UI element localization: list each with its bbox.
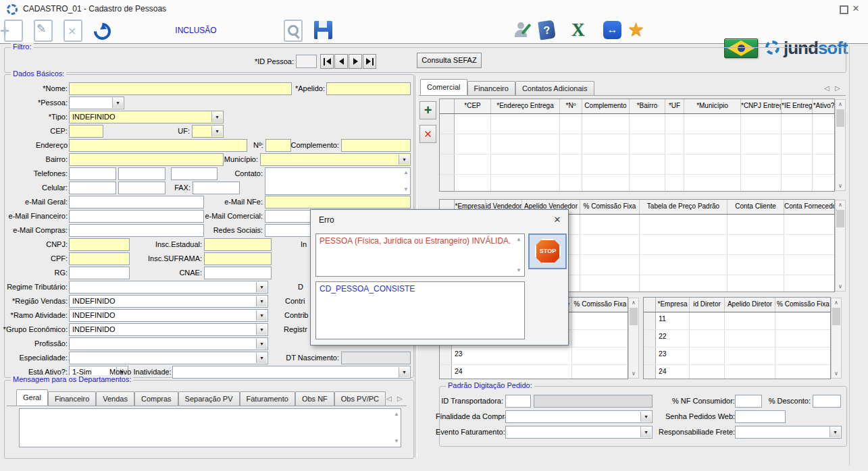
cancel-record-button[interactable]: ✕ xyxy=(62,19,85,42)
chevron-down-icon[interactable]: ▾ xyxy=(211,112,222,122)
tab-financeiro[interactable]: Financeiro xyxy=(48,391,96,406)
scroll-thumb[interactable] xyxy=(630,308,638,325)
telefone3-input[interactable] xyxy=(171,167,218,180)
tab-compras[interactable]: Compras xyxy=(134,391,178,406)
rg-input[interactable] xyxy=(69,267,130,279)
tabs-right-arrow-icon[interactable]: ▷ xyxy=(835,84,840,92)
scroll-up-icon[interactable]: ∧ xyxy=(836,100,845,109)
regiao-vendas-select[interactable]: INDEFINIDO▾ xyxy=(69,295,268,308)
email-geral-input[interactable] xyxy=(69,196,204,209)
scroll-down-icon[interactable]: ∨ xyxy=(629,369,638,378)
tab-faturamento[interactable]: Faturamento xyxy=(240,391,295,406)
tabs-left-arrow-icon[interactable]: ◁ xyxy=(824,84,829,92)
chevron-down-icon[interactable]: ▾ xyxy=(211,126,222,136)
telefone1-input[interactable] xyxy=(69,167,116,180)
insc-suframa-input[interactable] xyxy=(204,252,272,265)
cep-input[interactable] xyxy=(69,125,103,138)
pessoa-select[interactable]: ▾ xyxy=(69,96,124,109)
regime-tributario-select[interactable]: ▾ xyxy=(69,281,268,294)
delete-row-button[interactable]: ✕ xyxy=(419,125,436,143)
save-button[interactable] xyxy=(312,19,335,42)
endereco-input[interactable] xyxy=(69,139,247,152)
grid-row[interactable]: 23 xyxy=(440,348,628,365)
grid-row[interactable] xyxy=(440,175,834,192)
cnpj-input[interactable] xyxy=(69,238,130,251)
chevron-down-icon[interactable]: ▾ xyxy=(112,98,123,108)
tab-contatos-adicionais[interactable]: Contatos Adicionais xyxy=(515,81,594,95)
contato-textarea[interactable]: ▲ ▼ xyxy=(265,167,411,195)
tab-vendas[interactable]: Vendas xyxy=(96,391,134,406)
user-config-button[interactable] xyxy=(512,19,535,42)
grupo-economico-select[interactable]: INDEFINIDO▾ xyxy=(69,323,268,336)
row-selector[interactable] xyxy=(644,330,656,347)
scroll-up-icon[interactable]: ▲ xyxy=(394,412,399,417)
scroll-down-icon[interactable]: ∨ xyxy=(832,369,841,378)
chevron-down-icon[interactable]: ▾ xyxy=(640,412,651,422)
close-icon[interactable]: ✕ xyxy=(850,3,862,15)
scroll-thumb[interactable] xyxy=(832,308,840,325)
cpf-input[interactable] xyxy=(69,252,130,265)
telefone2-input[interactable] xyxy=(118,167,165,180)
municipio-select[interactable]: ▾ xyxy=(260,153,411,166)
scroll-down-icon[interactable]: ▼ xyxy=(516,268,521,273)
finalidade-compra-select[interactable]: ▾ xyxy=(505,410,653,423)
tab-comercial[interactable]: Comercial xyxy=(420,79,467,95)
complemento-input[interactable] xyxy=(341,139,411,152)
grid-row[interactable]: 23 xyxy=(644,348,830,365)
vendedor-grid-scrollbar[interactable]: ∧∨ xyxy=(835,200,846,292)
row-selector[interactable] xyxy=(440,114,455,134)
fax-input[interactable] xyxy=(193,182,240,194)
id-transportadora-input[interactable] xyxy=(505,395,531,408)
edit-record-button[interactable]: ✎ xyxy=(32,19,55,42)
mensagem-textarea[interactable]: ▲ ▼ xyxy=(19,408,401,447)
nome-input[interactable] xyxy=(69,82,292,95)
bairro-input[interactable] xyxy=(69,153,224,166)
teamviewer-button[interactable]: ↔ xyxy=(601,19,624,42)
entrega-grid-scrollbar[interactable]: ∧∨ xyxy=(835,99,846,191)
senha-pedidos-web-input[interactable] xyxy=(735,410,786,423)
nav-last-button[interactable] xyxy=(363,54,376,69)
chevron-down-icon[interactable]: ▾ xyxy=(256,282,267,292)
scroll-up-icon[interactable]: ∧ xyxy=(836,200,845,209)
refresh-button[interactable] xyxy=(91,19,113,42)
tipo-select[interactable]: INDEFINIDO▾ xyxy=(69,111,224,123)
tab-obs-nf[interactable]: Obs NF xyxy=(295,391,334,406)
id-pessoa-input[interactable] xyxy=(296,55,317,68)
row-selector[interactable] xyxy=(644,365,656,379)
row-selector[interactable] xyxy=(440,134,455,154)
grid-row[interactable] xyxy=(440,155,834,175)
tab-financeiro[interactable]: Financeiro xyxy=(467,81,515,95)
email-financeiro-input[interactable] xyxy=(69,210,204,223)
row-selector[interactable] xyxy=(440,155,455,174)
gerente-grid-scrollbar[interactable]: ∧∨ xyxy=(628,298,639,379)
row-selector[interactable] xyxy=(440,175,455,192)
email-compras-input[interactable] xyxy=(69,224,204,237)
export-excel-button[interactable]: X xyxy=(569,19,592,42)
scroll-down-icon[interactable]: ∨ xyxy=(836,182,845,190)
scroll-up-icon[interactable]: ∧ xyxy=(832,298,841,307)
motivo-inatividade-select[interactable]: ▾ xyxy=(172,366,411,379)
especialidade-select[interactable]: ▾ xyxy=(69,352,268,364)
grid-row[interactable]: 22 xyxy=(644,330,830,348)
consulta-sefaz-button[interactable]: Consulta SEFAZ xyxy=(417,53,482,68)
grid-row[interactable] xyxy=(440,114,834,134)
add-row-button[interactable]: + xyxy=(419,101,436,119)
celular2-input[interactable] xyxy=(118,182,165,194)
scroll-up-icon[interactable]: ▲ xyxy=(516,237,521,242)
scroll-down-icon[interactable]: ▼ xyxy=(403,187,409,192)
chevron-down-icon[interactable]: ▾ xyxy=(256,339,267,349)
favorites-button[interactable]: ★ xyxy=(627,19,650,42)
scroll-thumb[interactable] xyxy=(836,210,844,227)
insc-estadual-input[interactable] xyxy=(204,238,272,251)
scroll-thumb[interactable] xyxy=(836,109,844,127)
scroll-up-icon[interactable]: ∧ xyxy=(629,298,638,307)
stop-button[interactable]: STOP xyxy=(528,233,567,269)
new-record-button[interactable]: + xyxy=(3,19,26,42)
numero-input[interactable] xyxy=(265,139,291,152)
restore-icon[interactable] xyxy=(840,5,848,14)
scroll-down-icon[interactable]: ▼ xyxy=(394,439,399,444)
row-selector[interactable] xyxy=(440,348,452,364)
chevron-down-icon[interactable]: ▾ xyxy=(256,296,267,306)
nav-next-button[interactable] xyxy=(349,54,362,69)
scroll-down-icon[interactable]: ∨ xyxy=(836,282,845,291)
